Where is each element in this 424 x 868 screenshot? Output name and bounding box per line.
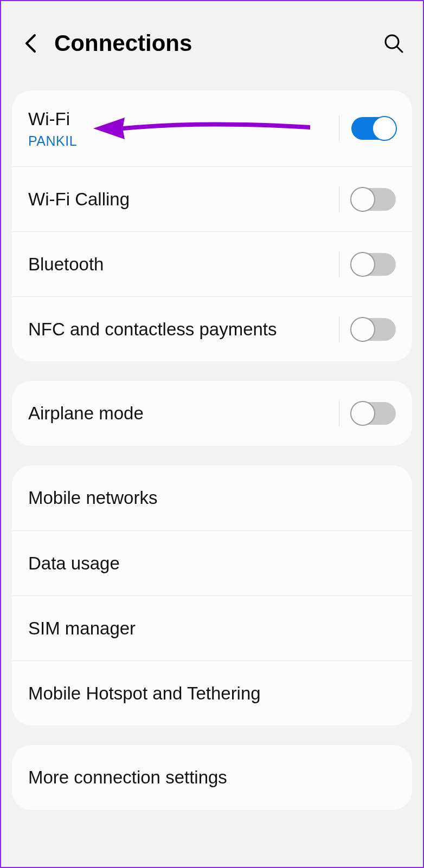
row-title: More connection settings	[28, 766, 396, 788]
chevron-left-icon	[24, 34, 36, 53]
row-title: NFC and contactless payments	[28, 318, 333, 340]
row-sim-manager[interactable]: SIM manager	[12, 595, 412, 660]
row-bluetooth[interactable]: Bluetooth	[12, 231, 412, 296]
row-text: Mobile Hotspot and Tethering	[28, 682, 396, 704]
row-text: Wi-Fi Calling	[28, 188, 333, 210]
back-button[interactable]	[17, 30, 43, 56]
row-wifi[interactable]: Wi-Fi PANKIL	[12, 90, 412, 166]
row-text: NFC and contactless payments	[28, 318, 333, 340]
row-title: Data usage	[28, 552, 396, 574]
page-title: Connections	[54, 30, 381, 56]
svg-line-1	[397, 47, 402, 52]
row-text: Data usage	[28, 552, 396, 574]
search-button[interactable]	[381, 30, 407, 56]
row-title: Bluetooth	[28, 253, 333, 275]
row-nfc[interactable]: NFC and contactless payments	[12, 296, 412, 361]
separator	[339, 251, 339, 277]
row-hotspot[interactable]: Mobile Hotspot and Tethering	[12, 660, 412, 726]
row-data-usage[interactable]: Data usage	[12, 530, 412, 595]
row-text: Wi-Fi PANKIL	[28, 108, 333, 149]
row-text: Airplane mode	[28, 402, 333, 424]
toggle-wifi-calling[interactable]	[351, 188, 396, 211]
row-text: Bluetooth	[28, 253, 333, 275]
settings-group-2: Airplane mode	[12, 381, 412, 446]
row-title: Wi-Fi	[28, 108, 333, 130]
toggle-wifi[interactable]	[351, 117, 396, 140]
row-text: More connection settings	[28, 766, 396, 788]
row-title: SIM manager	[28, 617, 396, 639]
row-title: Mobile Hotspot and Tethering	[28, 682, 396, 704]
row-title: Airplane mode	[28, 402, 333, 424]
row-mobile-networks[interactable]: Mobile networks	[12, 465, 412, 530]
toggle-bluetooth[interactable]	[351, 253, 396, 276]
toggle-nfc[interactable]	[351, 318, 396, 341]
row-more-connections[interactable]: More connection settings	[12, 745, 412, 810]
separator	[339, 115, 339, 141]
row-subtitle: PANKIL	[28, 133, 333, 149]
row-wifi-calling[interactable]: Wi-Fi Calling	[12, 166, 412, 231]
separator	[339, 400, 339, 426]
toggle-airplane[interactable]	[351, 402, 396, 425]
settings-group-4: More connection settings	[12, 745, 412, 810]
separator	[339, 186, 339, 212]
row-airplane[interactable]: Airplane mode	[12, 381, 412, 446]
search-icon	[383, 33, 404, 54]
row-title: Mobile networks	[28, 487, 396, 509]
row-text: Mobile networks	[28, 487, 396, 509]
settings-group-3: Mobile networks Data usage SIM manager M…	[12, 465, 412, 726]
row-title: Wi-Fi Calling	[28, 188, 333, 210]
settings-group-1: Wi-Fi PANKIL Wi-Fi Calling Bluetooth	[12, 90, 412, 361]
header: Connections	[1, 1, 423, 90]
row-text: SIM manager	[28, 617, 396, 639]
separator	[339, 316, 339, 342]
